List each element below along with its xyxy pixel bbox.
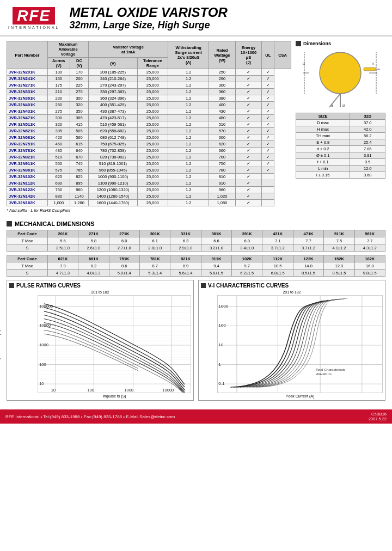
dim-row: E + 0.825.4 xyxy=(296,139,385,146)
table-cell: 460 xyxy=(47,141,70,148)
table-cell: 25,000 xyxy=(137,193,168,200)
table-cell: 1.2 xyxy=(168,76,209,82)
table-cell: 1.2 xyxy=(168,69,209,76)
table-cell xyxy=(262,180,274,187)
mech-col-header: 102K xyxy=(232,255,262,262)
table-cell: ✓ xyxy=(235,134,262,141)
table-cell xyxy=(262,174,274,180)
table-cell: 750 xyxy=(47,187,70,193)
vi-x-label: Peak Current (A) xyxy=(217,394,383,398)
mech-cell: 14.0 xyxy=(293,262,323,270)
table-cell: ✓ xyxy=(262,121,274,128)
varistor-diagram: D H d Ø xyxy=(296,48,385,109)
table-cell: 385 xyxy=(70,115,89,121)
dim-cell: 56.2 xyxy=(350,133,385,139)
mech-cell: 5.6 xyxy=(47,237,78,244)
svg-text:1000: 1000 xyxy=(218,304,228,309)
vi-icon xyxy=(201,283,206,288)
mech-cell: 3.4±1.0 xyxy=(232,244,262,252)
svg-text:100000: 100000 xyxy=(39,304,53,309)
col-header-tolerance: ToleranceRange xyxy=(137,58,168,69)
dim-cell: E + 0.8 xyxy=(296,139,350,146)
mech-cell: 16.0 xyxy=(354,262,385,270)
dimensions-title-text: Dimensions xyxy=(303,41,331,46)
table-cell: 330 (297-363) xyxy=(89,89,137,95)
table-cell: ✓ xyxy=(235,154,262,161)
table-cell: 1.2 xyxy=(168,174,209,180)
table-cell: 510 xyxy=(209,121,235,128)
table-cell: 300 xyxy=(209,82,235,89)
table-row: JVR-32N162K1,0001,2801600 (1440-1760)25,… xyxy=(7,200,291,206)
page-header: RFE INTERNATIONAL METAL OXIDE VARISTOR 3… xyxy=(0,0,392,36)
parts-table: Part Number MaximumAllowableVoltage Vari… xyxy=(7,41,291,206)
dim-cell: 37.0 xyxy=(350,120,385,126)
table-cell: 1.2 xyxy=(168,128,209,134)
table-cell: ✓ xyxy=(235,174,262,180)
table-cell: ✓ xyxy=(262,167,274,174)
mech-cell: 8.9 xyxy=(170,262,201,270)
table-row: JVR-32N961K575765960 (855-1045)25,0001.2… xyxy=(7,167,291,174)
table-row: JVR-32N241K150200240 (210-264)25,0001.22… xyxy=(7,76,291,82)
mech-cell: 4.7±1.3 xyxy=(47,270,78,277)
table-cell: ✓ xyxy=(262,89,274,95)
table-cell: 240 (210-264) xyxy=(89,76,137,82)
table-cell: 910 (819-1001) xyxy=(89,161,137,167)
mech-cell: 2.6±1.0 xyxy=(78,244,109,252)
table-cell: 150 xyxy=(47,76,70,82)
table-cell: 1,080 xyxy=(209,200,235,206)
table-cell: 1.2 xyxy=(168,115,209,121)
dim-col-value: 32D xyxy=(350,113,385,120)
mech-cell: 6.8±1.5 xyxy=(262,270,293,277)
table-cell: 25,000 xyxy=(137,102,168,108)
mech-table-2: Part Code621K681K751K781K821K911K102K112… xyxy=(7,255,385,277)
table-cell: 200 (185-225) xyxy=(89,69,137,76)
table-cell: 765 xyxy=(70,167,89,174)
table-cell: 505 xyxy=(70,128,89,134)
table-cell: ✓ xyxy=(262,115,274,121)
dim-cell: H max xyxy=(296,126,350,133)
col-header-part-number: Part Number xyxy=(7,41,48,69)
vi-chart-svg: Total Characteristic Waveform 1000 100 1… xyxy=(218,296,382,393)
table-cell: 430 (387-473) xyxy=(89,108,137,115)
dim-cell: 3.68 xyxy=(350,172,385,179)
table-cell: 470 (423-517) xyxy=(89,115,137,121)
table-cell: 25,000 xyxy=(137,76,168,82)
table-cell: 25,000 xyxy=(137,167,168,174)
table-cell: ✓ xyxy=(235,108,262,115)
table-row: JVR-32N471K300385470 (423-517)25,0001.24… xyxy=(7,115,291,121)
table-cell: JVR-32N361K xyxy=(7,95,48,102)
col-header-ul: UL xyxy=(262,41,274,69)
table-cell: 25,000 xyxy=(137,187,168,193)
footer-doc-info: C5BB16 2007.5.22 xyxy=(369,412,387,421)
mech-cell: 8.6 xyxy=(109,262,139,270)
table-cell: 230 xyxy=(47,95,70,102)
mech-cell: 2.9±1.0 xyxy=(170,244,201,252)
svg-text:D: D xyxy=(303,62,305,65)
svg-text:1: 1 xyxy=(218,363,221,367)
table-cell: 275 xyxy=(47,108,70,115)
svg-text:Total Characteristic: Total Characteristic xyxy=(316,369,345,372)
table-cell: 420 xyxy=(47,134,70,141)
table-cell: 415 xyxy=(70,121,89,128)
table-cell: 1200 (1080-1320) xyxy=(89,187,137,193)
mech-row: S2.5±1.02.6±1.02.7±1.02.8±1.02.9±1.03.2±… xyxy=(7,244,385,252)
table-cell: 25,000 xyxy=(137,128,168,134)
table-cell: 895 xyxy=(70,180,89,187)
curves-section: PULSE RATING CURVES 201 to 182 Impulse C… xyxy=(7,280,385,401)
dim-row: l ± 0.153.68 xyxy=(296,172,385,179)
table-cell: 680 (612-748) xyxy=(89,134,137,141)
table-cell: ✓ xyxy=(262,102,274,108)
dimensions-icon xyxy=(296,41,301,46)
table-cell: 270 (243-297) xyxy=(89,82,137,89)
table-cell: 510 (459-561) xyxy=(89,121,137,128)
table-cell: 960 xyxy=(209,187,235,193)
main-content: Part Number MaximumAllowableVoltage Vari… xyxy=(0,36,392,405)
table-row: JVR-32N621K385505620 (558-682)25,0001.25… xyxy=(7,128,291,134)
mech-col-header: 911K xyxy=(201,255,231,262)
table-cell: 170 xyxy=(70,69,89,76)
table-cell: 300 xyxy=(70,95,89,102)
table-cell: 510 xyxy=(47,154,70,161)
footer-date: 2007.5.22 xyxy=(369,417,387,421)
table-row: JVR-32N331K210275330 (297-363)25,0001.23… xyxy=(7,89,291,95)
dim-cell: TH max xyxy=(296,133,350,139)
